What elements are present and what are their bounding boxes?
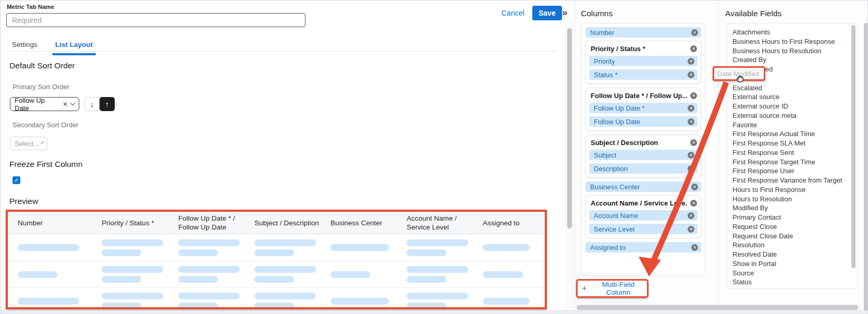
available-field-item[interactable]: External source	[732, 92, 858, 102]
clear-selection-icon[interactable]: ✕	[63, 101, 68, 108]
remove-column-icon[interactable]: ✕	[688, 212, 694, 219]
multi-field-column-group[interactable]: Priority / Status *✕Priority✕Status *✕	[585, 41, 701, 84]
multi-field-column-highlight-box: + Multi-Field Column	[576, 279, 649, 298]
available-field-item[interactable]: First Response Actual Time	[732, 129, 858, 139]
skeleton-bar	[178, 303, 218, 309]
save-button[interactable]: Save	[532, 6, 562, 20]
preview-column-header: Assigned to	[483, 219, 545, 227]
columns-list: Number✕Priority / Status *✕Priority✕Stat…	[581, 23, 705, 276]
metric-tab-name-label: Metric Tab Name	[7, 4, 54, 10]
remove-column-icon[interactable]: ✕	[690, 92, 697, 99]
multi-field-column-group[interactable]: Subject / Description✕Subject✕Descriptio…	[585, 135, 701, 178]
page-scrollbar-thumb[interactable]	[864, 23, 868, 311]
available-field-item[interactable]: First Response Variance from Target	[732, 176, 858, 185]
available-field-item[interactable]: Resolved Date	[732, 250, 858, 259]
skeleton-bar	[18, 271, 57, 278]
horizontal-scrollbar-thumb[interactable]	[577, 305, 858, 310]
available-field-item[interactable]: Status	[732, 277, 858, 287]
available-field-item[interactable]: Favorite	[732, 120, 858, 130]
available-field-item[interactable]: Show in Portal	[732, 259, 858, 269]
main-scrollbar-thumb[interactable]	[567, 28, 572, 228]
available-field-item[interactable]: First Response Sent	[732, 148, 858, 158]
available-field-item[interactable]: First Response SLA Met	[732, 139, 858, 148]
table-cell	[18, 298, 102, 305]
preview-heading: Preview	[9, 197, 38, 206]
table-cell	[331, 271, 407, 278]
available-field-item[interactable]: Modified By	[732, 203, 858, 213]
skeleton-bar	[331, 244, 389, 251]
available-field-item[interactable]: Business Hours to First Response	[732, 37, 858, 46]
column-chip[interactable]: Status *✕	[589, 69, 698, 80]
table-cell	[407, 239, 483, 256]
available-field-item[interactable]: Primary Contact	[732, 213, 858, 222]
skeleton-bar	[483, 298, 530, 305]
remove-column-icon[interactable]: ✕	[688, 58, 694, 65]
add-multi-field-column-button[interactable]: + Multi-Field Column	[578, 281, 647, 296]
remove-column-icon[interactable]: ✕	[690, 200, 697, 207]
checkmark-icon: ✓	[14, 177, 19, 184]
secondary-sort-select[interactable]: Select...	[10, 137, 47, 150]
column-chip[interactable]: Number✕	[585, 27, 701, 38]
available-field-item[interactable]: Request Close	[732, 222, 858, 232]
column-chip-label: Follow Up Date *	[594, 104, 645, 112]
table-cell	[178, 293, 254, 309]
skeleton-bar	[331, 271, 370, 278]
multi-field-column-group[interactable]: Follow Up Date * / Follow Up...✕Follow U…	[585, 88, 701, 131]
available-field-item[interactable]: Created By	[732, 55, 858, 65]
available-field-item[interactable]: Resolution	[732, 240, 858, 250]
remove-column-icon[interactable]: ✕	[690, 139, 697, 146]
available-field-item[interactable]: Attachments	[732, 28, 858, 37]
available-field-item[interactable]: External source meta	[732, 111, 858, 120]
cancel-button[interactable]: Cancel	[502, 9, 524, 17]
sort-descending-button[interactable]: ↓	[84, 97, 100, 111]
column-chip[interactable]: Priority✕	[589, 56, 698, 66]
column-chip-label: Subject	[594, 151, 616, 159]
group-header-label: Account Name / Service Leve...	[591, 199, 687, 207]
remove-column-icon[interactable]: ✕	[690, 45, 697, 52]
remove-column-icon[interactable]: ✕	[691, 184, 698, 190]
collapse-panel-icon[interactable]: »	[562, 7, 568, 18]
table-cell	[254, 239, 331, 256]
available-field-item[interactable]: Request Close Date	[732, 232, 858, 241]
column-chip[interactable]: Follow Up Date *✕	[589, 103, 698, 113]
metric-tab-name-input[interactable]	[6, 13, 305, 27]
column-chip[interactable]: Service Level✕	[589, 224, 698, 234]
skeleton-bar	[18, 298, 79, 305]
skeleton-bar	[18, 244, 79, 251]
multi-field-column-group[interactable]: Account Name / Service Leve...✕Account N…	[585, 195, 701, 238]
available-field-item[interactable]: Business Hours to Resolution	[732, 46, 858, 56]
table-cell	[483, 298, 545, 305]
freeze-first-column-heading: Freeze First Column	[9, 160, 82, 169]
tab-list-layout[interactable]: List Layout	[55, 41, 93, 54]
column-chip[interactable]: Subject✕	[589, 150, 698, 160]
remove-column-icon[interactable]: ✕	[688, 226, 694, 233]
remove-column-icon[interactable]: ✕	[688, 71, 694, 78]
available-field-item[interactable]: First Response User	[732, 166, 858, 176]
available-fields-scrollbar-thumb[interactable]	[851, 25, 855, 268]
default-sort-order-heading: Default Sort Order	[9, 61, 75, 70]
primary-sort-select[interactable]: Follow Up Date ✕	[10, 97, 79, 111]
tab-settings[interactable]: Settings	[12, 41, 38, 54]
column-chip[interactable]: Account Name✕	[589, 210, 698, 221]
group-header-label: Follow Up Date * / Follow Up...	[591, 92, 687, 100]
column-chip[interactable]: Follow Up Date✕	[589, 116, 698, 127]
remove-column-icon[interactable]: ✕	[688, 152, 694, 159]
remove-column-icon[interactable]: ✕	[691, 244, 698, 251]
available-field-item[interactable]: First Response Target Time	[732, 158, 858, 167]
remove-column-icon[interactable]: ✕	[691, 29, 698, 36]
group-header: Follow Up Date * / Follow Up...✕	[589, 91, 698, 103]
available-field-item[interactable]: Hours to First Response	[732, 185, 858, 195]
column-chip[interactable]: Business Center✕	[585, 182, 701, 192]
remove-column-icon[interactable]: ✕	[688, 165, 694, 172]
available-field-item[interactable]: External source ID	[732, 102, 858, 111]
column-chip[interactable]: Assigned to✕	[585, 242, 701, 252]
column-chip[interactable]: Description✕	[589, 163, 698, 174]
freeze-first-column-checkbox[interactable]: ✓	[13, 176, 20, 184]
remove-column-icon[interactable]: ✕	[688, 105, 694, 112]
available-field-item[interactable]: Source	[732, 269, 858, 278]
sort-ascending-button[interactable]: ↑	[100, 97, 115, 111]
available-field-item[interactable]: Hours to Resolution	[732, 195, 858, 204]
column-chip-label: Priority	[594, 57, 615, 65]
remove-column-icon[interactable]: ✕	[688, 118, 694, 125]
available-field-item[interactable]: Escalated	[732, 83, 858, 93]
